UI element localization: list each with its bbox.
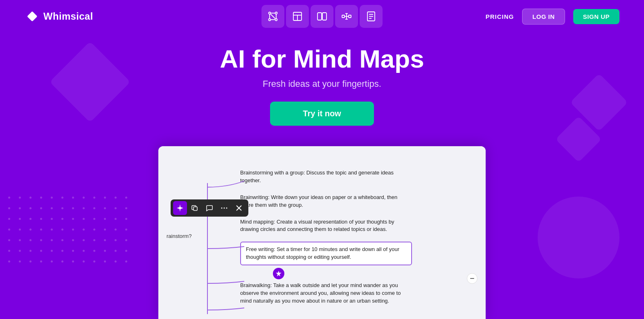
brand-name: Whimsical	[43, 11, 93, 22]
svg-point-29	[226, 208, 227, 209]
bg-dot	[104, 207, 106, 209]
bg-dot	[19, 250, 21, 252]
mindmap-node-1[interactable]: Brainstorming with a group: Discuss the …	[240, 167, 412, 187]
bg-dot	[29, 197, 32, 199]
bg-dot	[29, 229, 32, 231]
bg-dot	[104, 260, 106, 262]
bg-dot	[125, 250, 127, 252]
bg-dot	[8, 239, 10, 241]
split-view-icon	[317, 11, 327, 22]
bg-dot	[125, 260, 127, 262]
bg-dot	[83, 260, 85, 262]
bg-dot	[61, 250, 63, 252]
bg-dot	[51, 260, 53, 262]
nav-right: PRICING LOG IN SIGN UP	[486, 9, 619, 25]
flowchart-icon	[268, 11, 278, 22]
close-icon	[236, 205, 242, 211]
bg-dot	[104, 218, 106, 220]
docs-icon	[366, 11, 376, 22]
bg-dot	[83, 239, 85, 241]
more-options-button[interactable]	[217, 201, 231, 215]
bg-dot	[29, 239, 32, 241]
bg-dot	[40, 218, 42, 220]
bg-dot	[93, 229, 95, 231]
minus-icon	[470, 278, 474, 279]
bg-dot	[19, 239, 21, 241]
mindmap-node-4-selected[interactable]: Free writing: Set a timer for 10 minutes…	[240, 242, 412, 265]
bg-dot	[29, 218, 32, 220]
bg-dot	[8, 197, 10, 199]
bg-dot	[104, 197, 106, 199]
bg-dot	[83, 197, 85, 199]
nav-connector-button[interactable]	[335, 5, 358, 28]
bg-dot	[72, 197, 74, 199]
svg-rect-15	[342, 15, 345, 18]
header: Whimsical	[0, 0, 644, 33]
bg-dot	[40, 260, 42, 262]
copy-button[interactable]	[188, 201, 202, 215]
try-it-now-button[interactable]: Try it now	[270, 102, 374, 126]
bg-dot	[19, 260, 21, 262]
bg-dot	[40, 197, 42, 199]
comment-icon	[206, 205, 213, 211]
svg-rect-26	[194, 207, 197, 210]
sparkle-icon	[176, 204, 184, 212]
bg-dot	[19, 229, 21, 231]
nav-wireframe-button[interactable]	[286, 5, 309, 28]
bg-dot	[115, 250, 117, 252]
signup-button[interactable]: SIGN UP	[573, 9, 619, 24]
bg-dot	[51, 207, 53, 209]
ai-sparkle-button[interactable]	[173, 201, 187, 215]
bg-dot	[125, 239, 127, 241]
svg-point-2	[275, 12, 277, 14]
bg-dot	[72, 229, 74, 231]
bg-dot	[125, 207, 127, 209]
collapse-button[interactable]	[467, 273, 477, 284]
svg-rect-16	[349, 15, 351, 18]
bg-dot	[72, 218, 74, 220]
hero-title: AI for Mind Maps	[8, 45, 636, 73]
pricing-link[interactable]: PRICING	[486, 13, 514, 20]
bg-dot	[83, 229, 85, 231]
bg-dot	[125, 218, 127, 220]
hero-subtitle: Fresh ideas at your fingertips.	[8, 79, 636, 89]
mindmap-node-3[interactable]: Mind mapping: Create a visual representa…	[240, 216, 412, 236]
mindmap-nodes: Brainstorming with a group: Discuss the …	[240, 167, 469, 307]
bg-dot	[40, 250, 42, 252]
comment-button[interactable]	[203, 201, 216, 215]
preview-inner: rainstorm? Brainstorming with a group: D…	[158, 146, 486, 319]
bg-dot	[125, 229, 127, 231]
bg-dot	[93, 260, 95, 262]
mindmap-node-2[interactable]: Brainwriting: Write down your ideas on p…	[240, 191, 412, 212]
wireframe-icon	[292, 11, 303, 22]
bg-dot	[19, 197, 21, 199]
close-toolbar-button[interactable]	[232, 201, 246, 215]
more-icon	[221, 207, 227, 209]
ai-badge-icon	[275, 270, 282, 277]
connector-icon	[341, 11, 352, 22]
svg-point-4	[275, 19, 277, 21]
bg-dot	[115, 260, 117, 262]
nav-docs-button[interactable]	[360, 5, 383, 28]
nav-split-view-button[interactable]	[311, 5, 333, 28]
login-button[interactable]: LOG IN	[522, 9, 565, 25]
preview-container: rainstorm? Brainstorming with a group: D…	[158, 146, 486, 319]
bg-dot	[93, 207, 95, 209]
bg-dot	[72, 239, 74, 241]
bg-dot	[61, 207, 63, 209]
bg-dot	[93, 250, 95, 252]
bg-dot	[104, 229, 106, 231]
mindmap-node-5[interactable]: Brainwalking: Take a walk outside and le…	[240, 279, 412, 308]
svg-line-9	[271, 14, 275, 19]
bg-dot	[61, 229, 63, 231]
bg-dot	[29, 207, 32, 209]
bg-dot	[19, 207, 21, 209]
svg-rect-13	[317, 13, 322, 20]
bg-circle-1	[538, 197, 619, 278]
nav-flowchart-button[interactable]	[261, 5, 284, 28]
logo-area: Whimsical	[25, 9, 93, 24]
svg-rect-14	[322, 13, 327, 20]
bg-dot	[61, 218, 63, 220]
bg-dot	[83, 207, 85, 209]
bg-dot	[61, 197, 63, 199]
